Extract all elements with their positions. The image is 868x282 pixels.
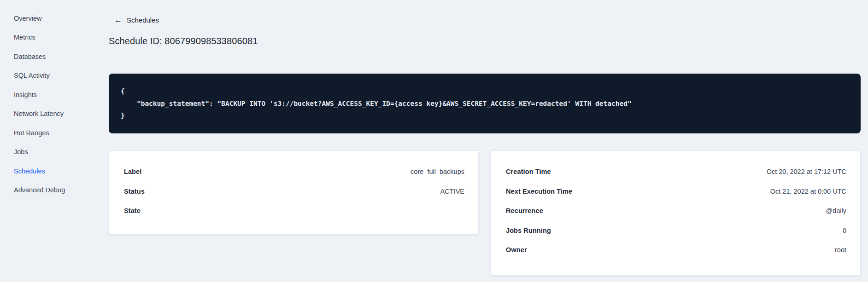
row-label: Owner [506, 246, 527, 253]
detail-row-state: State [124, 201, 464, 221]
sidebar-item-schedules[interactable]: Schedules [0, 161, 109, 181]
row-value: root [835, 246, 846, 253]
row-value: @daily [826, 207, 846, 214]
detail-row-jobs-running: Jobs Running 0 [506, 221, 846, 241]
sidebar-item-label: SQL Activity [14, 72, 50, 79]
sidebar-item-label: Jobs [14, 148, 28, 155]
row-label: Jobs Running [506, 227, 551, 234]
detail-cards-row: Label core_full_backups Status ACTIVE St… [109, 150, 861, 276]
row-label: State [124, 207, 141, 214]
row-label: Label [124, 168, 141, 175]
code-line: } [121, 109, 849, 122]
sidebar-item-label: Advanced Debug [14, 186, 65, 194]
sidebar-nav: Overview Metrics Databases SQL Activity … [0, 0, 109, 282]
row-label: Next Execution Time [506, 188, 572, 195]
row-value: 0 [843, 227, 846, 234]
main-content: ← Schedules Schedule ID: 806799098533806… [109, 0, 861, 282]
sidebar-item-label: Hot Ranges [14, 129, 49, 137]
schedule-timing-card: Creation Time Oct 20, 2022 at 17:12 UTC … [491, 150, 861, 276]
detail-row-label: Label core_full_backups [124, 162, 464, 182]
sidebar-item-sql-activity[interactable]: SQL Activity [0, 66, 109, 86]
sidebar-item-databases[interactable]: Databases [0, 47, 109, 66]
sidebar-item-network-latency[interactable]: Network Latency [0, 104, 109, 124]
sidebar-item-jobs[interactable]: Jobs [0, 143, 109, 162]
back-to-schedules-link[interactable]: ← Schedules [114, 16, 159, 24]
sidebar-item-label: Metrics [14, 34, 35, 41]
detail-row-next-execution-time: Next Execution Time Oct 21, 2022 at 0:00… [506, 182, 846, 201]
schedule-details-card: Label core_full_backups Status ACTIVE St… [109, 150, 479, 234]
row-value: Oct 20, 2022 at 17:12 UTC [767, 168, 846, 175]
sidebar-item-label: Insights [14, 91, 37, 98]
sidebar-item-hot-ranges[interactable]: Hot Ranges [0, 123, 109, 143]
back-link-label: Schedules [127, 16, 159, 24]
row-label: Recurrence [506, 207, 543, 214]
sidebar-item-label: Databases [14, 53, 46, 60]
sidebar-item-overview[interactable]: Overview [0, 9, 109, 28]
sidebar-item-advanced-debug[interactable]: Advanced Debug [0, 181, 109, 200]
backup-statement-code-block: { "backup_statement": "BACKUP INTO 's3:/… [109, 74, 861, 133]
sidebar-item-label: Overview [14, 15, 41, 22]
detail-row-owner: Owner root [506, 240, 846, 260]
sidebar-item-label: Network Latency [14, 110, 64, 117]
sidebar-item-metrics[interactable]: Metrics [0, 28, 109, 47]
code-line: { [121, 85, 849, 98]
back-arrow-icon: ← [114, 16, 122, 24]
row-label: Status [124, 188, 145, 195]
detail-row-recurrence: Recurrence @daily [506, 201, 846, 221]
detail-row-creation-time: Creation Time Oct 20, 2022 at 17:12 UTC [506, 162, 846, 182]
row-value: core_full_backups [411, 168, 464, 175]
page-title: Schedule ID: 806799098533806081 [109, 36, 861, 46]
row-label: Creation Time [506, 168, 551, 175]
code-line: "backup_statement": "BACKUP INTO 's3://b… [121, 98, 849, 110]
row-value: ACTIVE [440, 188, 464, 195]
sidebar-item-label: Schedules [14, 167, 45, 175]
row-value: Oct 21, 2022 at 0:00 UTC [770, 188, 846, 195]
detail-row-status: Status ACTIVE [124, 182, 464, 201]
sidebar-item-insights[interactable]: Insights [0, 85, 109, 104]
